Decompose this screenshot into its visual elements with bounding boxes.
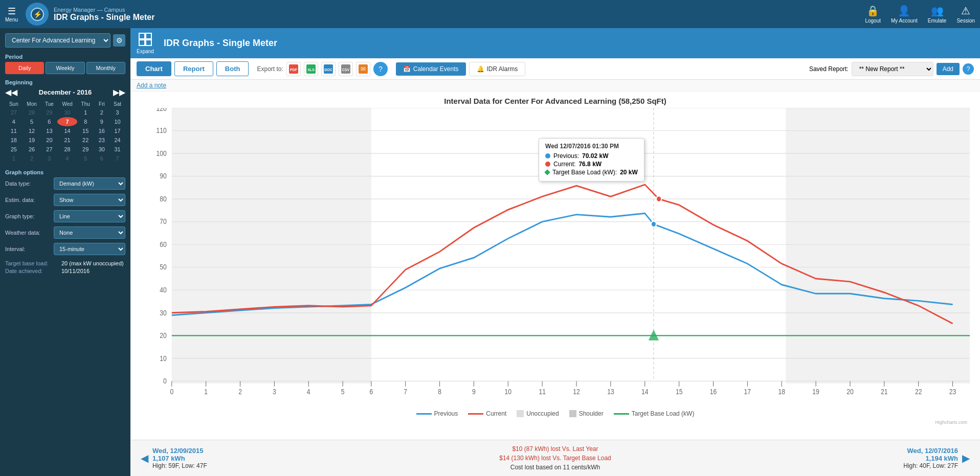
calendar-day[interactable]: 8 <box>77 117 94 126</box>
chart-view-button[interactable]: Chart <box>137 61 171 76</box>
calendar-day[interactable]: 1 <box>77 108 94 117</box>
add-note-link[interactable]: Add a note <box>137 82 166 89</box>
idr-alarms-button[interactable]: 🔔 IDR Alarms <box>469 62 526 76</box>
calendar-day[interactable]: 30 <box>57 108 77 117</box>
calendar-day[interactable]: 21 <box>57 135 77 145</box>
legend-unoccupied[interactable]: Unoccupied <box>517 410 559 417</box>
cal-header-wed: Wed <box>57 100 77 108</box>
app-name: Energy Manager — Campus <box>54 7 154 13</box>
calendar-day[interactable]: 3 <box>109 108 125 117</box>
calendar-day[interactable]: 7 <box>109 154 125 163</box>
calendar-day[interactable]: 24 <box>109 135 125 145</box>
interval-row: Interval: 15-minute Hourly Daily <box>5 243 125 255</box>
export-excel-button[interactable]: XLS <box>304 62 318 76</box>
calendar-day[interactable]: 5 <box>23 117 41 126</box>
both-view-button[interactable]: Both <box>216 61 249 76</box>
weather-data-select[interactable]: None Temperature <box>54 226 125 239</box>
data-type-select[interactable]: Demand (kW) Consumption (kWh) <box>54 177 125 190</box>
calendar-day[interactable]: 26 <box>23 145 41 154</box>
calendar-day[interactable]: 12 <box>23 126 41 135</box>
calendar-day[interactable]: 14 <box>57 126 77 135</box>
expand-button[interactable]: Expand <box>137 32 154 54</box>
calendar-day[interactable]: 23 <box>94 135 110 145</box>
calendar-day[interactable]: 7 <box>57 117 77 126</box>
calendar-day[interactable]: 27 <box>5 108 23 117</box>
toolbar-title: IDR Graphs - Single Meter <box>164 38 277 49</box>
calendar-day[interactable]: 6 <box>94 154 110 163</box>
period-weekly-button[interactable]: Weekly <box>46 62 84 74</box>
calendar-day[interactable]: 2 <box>23 154 41 163</box>
add-report-button[interactable]: Add <box>937 63 960 75</box>
graph-type-select[interactable]: Line Bar <box>54 210 125 222</box>
calendar-day[interactable]: 4 <box>5 117 23 126</box>
calendar-day[interactable]: 3 <box>41 154 57 163</box>
calendar-day[interactable]: 16 <box>94 126 110 135</box>
export-email-button[interactable]: ✉ <box>356 62 370 76</box>
svg-text:30: 30 <box>160 309 167 317</box>
calendar-day[interactable]: 19 <box>23 135 41 145</box>
legend-target-label: Target Base Load (kW) <box>632 410 695 417</box>
period-monthly-button[interactable]: Monthly <box>86 62 125 74</box>
calendar-day[interactable]: 1 <box>5 154 23 163</box>
calendar-day[interactable]: 31 <box>109 145 125 154</box>
calendar-day[interactable]: 25 <box>5 145 23 154</box>
svg-rect-2 <box>139 33 145 39</box>
export-help-button[interactable]: ? <box>373 62 388 76</box>
my-account-button[interactable]: 👤 My Account <box>891 5 918 24</box>
calendar-day[interactable]: 5 <box>77 154 94 163</box>
estim-data-row: Estim. data: Show Hide <box>5 194 125 206</box>
calendar-day[interactable]: 28 <box>57 145 77 154</box>
logout-label: Logout <box>865 18 881 24</box>
calendar-day[interactable]: 20 <box>41 135 57 145</box>
calendar-day[interactable]: 6 <box>41 117 57 126</box>
session-button[interactable]: ⚠ Session <box>956 5 975 24</box>
logout-button[interactable]: 🔒 Logout <box>865 5 881 24</box>
facility-dropdown[interactable]: Center For Advanced Learning <box>5 33 110 48</box>
calendar-day[interactable]: 29 <box>41 108 57 117</box>
interval-select[interactable]: 15-minute Hourly Daily <box>54 243 125 255</box>
calendar-day[interactable]: 30 <box>94 145 110 154</box>
calendar-day[interactable]: 10 <box>109 117 125 126</box>
legend-current[interactable]: Current <box>468 410 506 417</box>
calendar-day[interactable]: 11 <box>5 126 23 135</box>
export-csv-button[interactable]: CSV <box>339 62 353 76</box>
saved-report-help-button[interactable]: ? <box>963 63 974 75</box>
prev-arrow-button[interactable]: ◀ <box>141 452 148 464</box>
next-weather: High: 40F, Low: 27F <box>903 462 958 469</box>
svg-text:40: 40 <box>160 286 167 294</box>
calendar-day[interactable]: 29 <box>77 145 94 154</box>
facility-settings-button[interactable]: ⚙ <box>113 34 125 47</box>
expand-label: Expand <box>137 49 154 54</box>
calendar-day[interactable]: 9 <box>94 117 110 126</box>
cal-header-fri: Fri <box>94 100 110 108</box>
estim-data-select[interactable]: Show Hide <box>54 194 125 206</box>
prev-nav: ◀ Wed, 12/09/2015 1,107 kWh High: 59F, L… <box>141 447 207 469</box>
calendar-day[interactable]: 27 <box>41 145 57 154</box>
calendar-day[interactable]: 22 <box>77 135 94 145</box>
period-daily-button[interactable]: Daily <box>5 62 44 74</box>
calendar-day[interactable]: 18 <box>5 135 23 145</box>
menu-label: Menu <box>5 17 18 22</box>
legend-previous[interactable]: Previous <box>416 410 458 417</box>
legend-target[interactable]: Target Base Load (kW) <box>614 410 695 417</box>
menu-button[interactable]: ☰ Menu <box>5 6 18 22</box>
svg-text:0: 0 <box>170 388 173 396</box>
emulate-button[interactable]: 👥 Emulate <box>928 5 947 24</box>
calendar-prev-button[interactable]: ◀◀ <box>5 87 17 97</box>
chart-svg: Demand (kW) 120 110 100 <box>141 108 970 407</box>
calendar-next-button[interactable]: ▶▶ <box>113 87 125 97</box>
report-view-button[interactable]: Report <box>174 61 213 76</box>
export-pdf-button[interactable]: PDF <box>286 62 301 76</box>
calendar-day[interactable]: 13 <box>41 126 57 135</box>
calendar-day[interactable]: 2 <box>94 108 110 117</box>
saved-report-select[interactable]: ** New Report ** <box>852 62 933 76</box>
calendar-day[interactable]: 4 <box>57 154 77 163</box>
export-word-button[interactable]: DOC <box>321 62 336 76</box>
calendar-day[interactable]: 17 <box>109 126 125 135</box>
facility-select-row: Center For Advanced Learning ⚙ <box>5 33 125 48</box>
calendar-events-button[interactable]: 📅 Calendar Events <box>396 62 466 76</box>
calendar-day[interactable]: 15 <box>77 126 94 135</box>
legend-shoulder[interactable]: Shoulder <box>569 410 604 417</box>
next-arrow-button[interactable]: ▶ <box>962 452 970 464</box>
calendar-day[interactable]: 28 <box>23 108 41 117</box>
